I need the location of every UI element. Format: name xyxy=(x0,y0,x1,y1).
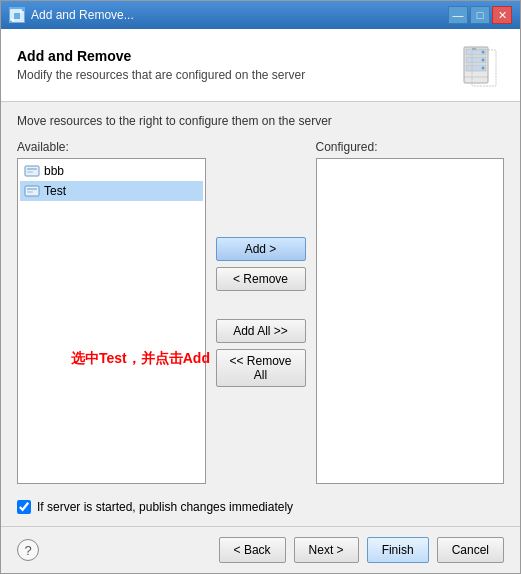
close-button[interactable]: ✕ xyxy=(492,6,512,24)
instruction-text: Move resources to the right to configure… xyxy=(17,114,504,128)
footer-buttons: < Back Next > Finish Cancel xyxy=(219,537,504,563)
maximize-button[interactable]: □ xyxy=(470,6,490,24)
header-text-block: Add and Remove Modify the resources that… xyxy=(17,48,456,82)
svg-rect-16 xyxy=(27,188,37,190)
next-button[interactable]: Next > xyxy=(294,537,359,563)
svg-point-8 xyxy=(482,67,485,70)
item-icon-bbb xyxy=(24,163,40,179)
remove-button[interactable]: < Remove xyxy=(216,267,306,291)
available-list[interactable]: bbb Test xyxy=(17,158,206,484)
title-controls: — □ ✕ xyxy=(448,6,512,24)
configured-label: Configured: xyxy=(316,140,505,154)
list-item[interactable]: Test xyxy=(20,181,203,201)
remove-all-button[interactable]: << Remove All xyxy=(216,349,306,387)
content-area: Add and Remove Modify the resources that… xyxy=(1,29,520,573)
middle-buttons: Add > < Remove Add All >> << Remove All xyxy=(206,140,316,484)
item-icon-test xyxy=(24,183,40,199)
publish-checkbox[interactable] xyxy=(17,500,31,514)
configured-list[interactable] xyxy=(316,158,505,484)
title-bar: Add and Remove... — □ ✕ xyxy=(1,1,520,29)
item-label-bbb: bbb xyxy=(44,164,64,178)
publish-checkbox-label[interactable]: If server is started, publish changes im… xyxy=(37,500,293,514)
checkbox-row: If server is started, publish changes im… xyxy=(17,500,504,514)
page-subtitle: Modify the resources that are configured… xyxy=(17,68,456,82)
minimize-button[interactable]: — xyxy=(448,6,468,24)
add-button[interactable]: Add > xyxy=(216,237,306,261)
help-button[interactable]: ? xyxy=(17,539,39,561)
svg-point-7 xyxy=(482,59,485,62)
available-label: Available: xyxy=(17,140,206,154)
list-item[interactable]: bbb xyxy=(20,161,203,181)
panels-row: Available: bbb xyxy=(17,140,504,484)
header-section: Add and Remove Modify the resources that… xyxy=(1,29,520,102)
cancel-button[interactable]: Cancel xyxy=(437,537,504,563)
available-panel: Available: bbb xyxy=(17,140,206,484)
window-title: Add and Remove... xyxy=(31,8,134,22)
window-icon xyxy=(9,7,25,23)
page-title: Add and Remove xyxy=(17,48,456,64)
svg-rect-17 xyxy=(27,191,33,193)
server-icon xyxy=(456,41,504,89)
add-all-button[interactable]: Add All >> xyxy=(216,319,306,343)
svg-point-6 xyxy=(482,51,485,54)
item-label-test: Test xyxy=(44,184,66,198)
back-button[interactable]: < Back xyxy=(219,537,286,563)
svg-rect-13 xyxy=(27,168,37,170)
main-window: Add and Remove... — □ ✕ Add and Remove M… xyxy=(0,0,521,574)
finish-button[interactable]: Finish xyxy=(367,537,429,563)
footer-left: ? xyxy=(17,539,39,561)
body-section: Move resources to the right to configure… xyxy=(1,102,520,526)
configured-panel: Configured: xyxy=(316,140,505,484)
footer-section: ? < Back Next > Finish Cancel xyxy=(1,526,520,573)
title-bar-left: Add and Remove... xyxy=(9,7,134,23)
svg-rect-14 xyxy=(27,171,33,173)
